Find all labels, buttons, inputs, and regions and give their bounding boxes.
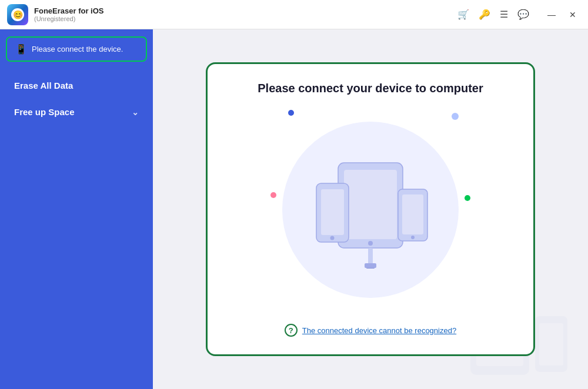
app-icon-face: 😊: [13, 10, 23, 19]
sidebar-item-free-up-space[interactable]: Free up Space ⌄: [6, 100, 147, 124]
svg-rect-3: [539, 323, 563, 365]
svg-rect-13: [368, 248, 373, 264]
illustration-area: [231, 101, 510, 318]
app-icon: 😊: [7, 4, 28, 25]
pin-icon[interactable]: 🔑: [479, 9, 490, 20]
sidebar: 📱 Please connect the device. Erase All D…: [0, 29, 153, 389]
title-bar-actions: 🛒 🔑 ☰ 💬 — ✕: [457, 6, 581, 23]
connect-device-button[interactable]: 📱 Please connect the device.: [6, 36, 147, 62]
svg-rect-5: [344, 170, 397, 239]
app-title-block: FoneEraser for iOS (Unregistered): [34, 6, 103, 22]
dot-green: [465, 195, 470, 201]
svg-rect-11: [402, 195, 423, 234]
app-icon-inner: 😊: [11, 8, 24, 21]
main-layout: 📱 Please connect the device. Erase All D…: [0, 29, 588, 389]
svg-rect-2: [535, 316, 567, 372]
app-branding: 😊 FoneEraser for iOS (Unregistered): [7, 4, 103, 25]
dot-lavender: [452, 113, 459, 120]
cart-icon[interactable]: 🛒: [457, 9, 469, 20]
help-link-container: ? The connected device cannot be recogni…: [285, 324, 456, 337]
svg-rect-8: [321, 189, 344, 235]
illustration-circle: [282, 122, 459, 298]
free-up-space-label: Free up Space: [14, 107, 132, 117]
phone-icon: 📱: [15, 43, 27, 55]
main-content: Please connect your device to computer: [153, 29, 588, 389]
chevron-down-icon: ⌄: [132, 108, 139, 117]
svg-rect-15: [366, 268, 375, 269]
app-name: FoneEraser for iOS: [34, 6, 103, 15]
chat-icon[interactable]: 💬: [517, 9, 529, 20]
devices-illustration: [294, 151, 447, 269]
svg-point-6: [368, 241, 373, 246]
window-controls: — ✕: [543, 6, 581, 23]
title-bar: 😊 FoneEraser for iOS (Unregistered) 🛒 🔑 …: [0, 0, 588, 29]
close-button[interactable]: ✕: [564, 6, 581, 23]
svg-rect-14: [365, 263, 376, 268]
connect-title: Please connect your device to computer: [258, 82, 483, 95]
help-link[interactable]: The connected device cannot be recognize…: [302, 326, 456, 335]
minimize-button[interactable]: —: [543, 6, 560, 23]
erase-all-data-label: Erase All Data: [14, 81, 139, 90]
connect-card: Please connect your device to computer: [206, 62, 535, 356]
dot-blue: [288, 110, 294, 116]
sidebar-item-erase-all-data[interactable]: Erase All Data: [6, 73, 147, 98]
dot-pink: [270, 192, 276, 198]
svg-point-9: [330, 236, 335, 240]
svg-point-12: [411, 236, 415, 239]
hamburger-icon[interactable]: ☰: [500, 9, 508, 20]
connect-device-label: Please connect the device.: [32, 45, 123, 53]
app-subtitle: (Unregistered): [34, 15, 103, 22]
question-icon: ?: [285, 324, 298, 337]
